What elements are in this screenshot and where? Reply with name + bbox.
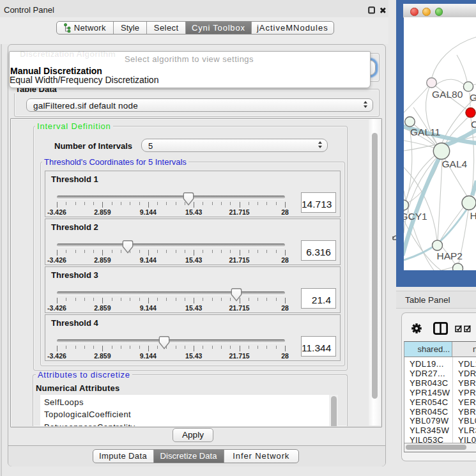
- svg-text:H: H: [470, 210, 476, 221]
- svg-text:GAL4: GAL4: [442, 158, 468, 169]
- svg-text:GCY1: GCY1: [404, 211, 427, 222]
- svg-text:CO: CO: [471, 119, 476, 130]
- svg-text:GAL11: GAL11: [410, 127, 440, 137]
- svg-text:HAP2: HAP2: [437, 250, 463, 261]
- svg-text:GAL80: GAL80: [432, 89, 463, 100]
- svg-text:GA: GA: [470, 92, 476, 103]
